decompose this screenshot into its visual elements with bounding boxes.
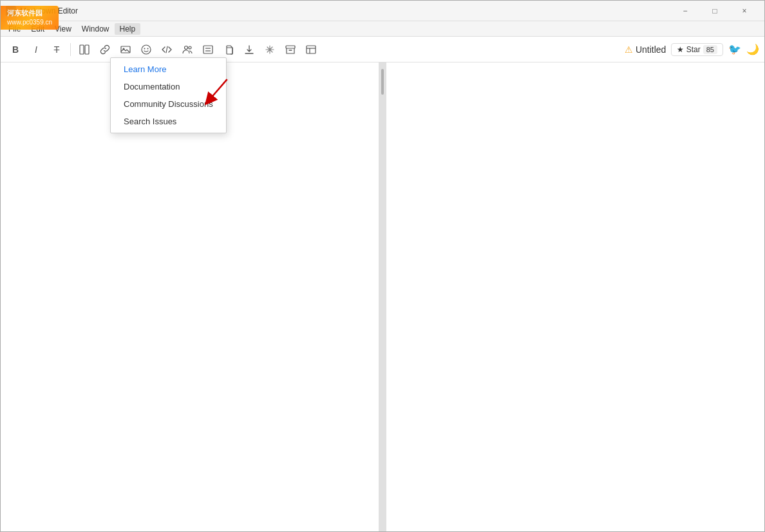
title-bar: Markdown Editor − □ × [1, 1, 764, 21]
menu-view[interactable]: View [50, 23, 77, 35]
svg-rect-14 [286, 46, 295, 48]
window-controls: − □ × [670, 1, 759, 21]
strikethrough-button[interactable]: T [47, 40, 66, 59]
maximize-button[interactable]: □ [700, 1, 730, 21]
toolbar-right: ⚠ Untitled ★ Star 85 🐦 🌙 [625, 43, 759, 56]
svg-rect-9 [203, 46, 212, 53]
doc-title-text: Untitled [636, 44, 666, 55]
archive-button[interactable] [281, 40, 300, 59]
svg-rect-0 [80, 45, 84, 54]
copy-button[interactable] [219, 40, 238, 59]
close-button[interactable]: × [730, 1, 759, 21]
title-bar-text: Markdown Editor [20, 6, 670, 15]
menu-help[interactable]: Help [115, 23, 141, 35]
star-button[interactable]: ★ Star 85 [671, 43, 723, 56]
warning-icon: ⚠ [625, 44, 633, 55]
app-icon [6, 6, 16, 16]
svg-point-7 [185, 46, 188, 49]
minimize-button[interactable]: − [670, 1, 700, 21]
italic-button[interactable]: I [26, 40, 46, 59]
list-button[interactable] [198, 40, 218, 59]
download-button[interactable] [240, 40, 259, 59]
bold-button[interactable]: B [6, 40, 25, 59]
separator-1 [70, 43, 71, 56]
svg-point-8 [189, 46, 191, 49]
main-window: Markdown Editor − □ × File Edit View Win… [0, 0, 765, 532]
menu-bar: File Edit View Window Help [1, 21, 764, 37]
twitter-icon[interactable]: 🐦 [728, 43, 741, 55]
star-count: 85 [703, 45, 717, 54]
menu-documentation[interactable]: Documentation [111, 78, 226, 95]
pane-divider[interactable] [379, 62, 386, 531]
preview-pane [386, 62, 764, 531]
help-dropdown: Learn More Documentation Community Discu… [110, 57, 227, 133]
columns-button[interactable] [75, 40, 94, 59]
svg-rect-15 [307, 46, 316, 53]
menu-file[interactable]: File [3, 23, 26, 35]
star-label: ★ Star [677, 45, 700, 54]
table-button[interactable] [301, 40, 321, 59]
image-button[interactable] [116, 40, 135, 59]
emoji-button[interactable] [137, 40, 156, 59]
dark-mode-icon[interactable]: 🌙 [746, 43, 759, 55]
divider-handle [381, 69, 384, 95]
menu-edit[interactable]: Edit [26, 23, 50, 35]
sparkle-button[interactable] [260, 40, 279, 59]
users-button[interactable] [178, 40, 197, 59]
svg-point-6 [147, 48, 149, 49]
svg-rect-1 [85, 45, 89, 54]
menu-search-issues[interactable]: Search Issues [111, 113, 226, 130]
svg-point-4 [142, 45, 151, 54]
menu-learn-more[interactable]: Learn More [111, 61, 226, 78]
doc-title-area: ⚠ Untitled [625, 44, 666, 55]
svg-point-5 [144, 48, 146, 49]
link-button[interactable] [95, 40, 115, 59]
code-button[interactable] [157, 40, 176, 59]
svg-rect-12 [227, 48, 232, 54]
menu-community-discussions[interactable]: Community Discussions [111, 95, 226, 113]
menu-window[interactable]: Window [77, 23, 115, 35]
